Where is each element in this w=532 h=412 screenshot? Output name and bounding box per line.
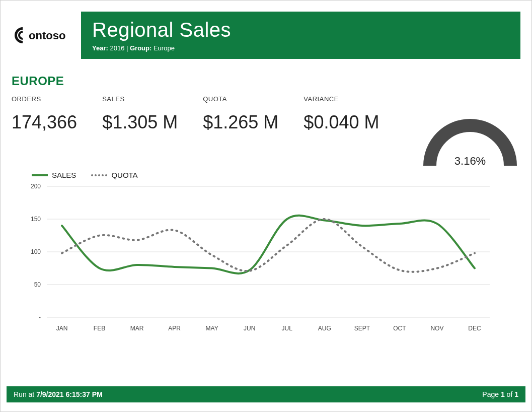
- gauge-percent: 3.16%: [420, 155, 520, 168]
- region-heading: EUROPE: [12, 74, 520, 88]
- kpi-orders-value: 174,366: [12, 112, 77, 133]
- logo: ontoso: [12, 12, 72, 59]
- footer: Run at 7/9/2021 6:15:37 PM Page 1 of 1: [7, 386, 525, 402]
- kpi-row: ORDERS 174,366 SALES $1.305 M QUOTA $1.2…: [12, 95, 520, 171]
- svg-text:JUN: JUN: [244, 325, 255, 332]
- gauge: 3.16%: [420, 110, 520, 171]
- svg-text:SEPT: SEPT: [354, 325, 370, 332]
- svg-text:AUG: AUG: [318, 325, 331, 332]
- svg-text:50: 50: [34, 281, 41, 288]
- svg-text:JAN: JAN: [56, 325, 68, 332]
- banner: Regional Sales Year: 2016 | Group: Europ…: [81, 12, 520, 59]
- svg-text:MAR: MAR: [130, 325, 144, 332]
- legend-quota-swatch: [91, 174, 107, 176]
- contoso-logo-icon: ontoso: [12, 23, 72, 47]
- svg-text:OCT: OCT: [393, 325, 406, 332]
- svg-text:DEC: DEC: [468, 325, 481, 332]
- svg-text:MAY: MAY: [206, 325, 218, 332]
- chart: SALES QUOTA -50100150200JANFEBMARAPRMAYJ…: [12, 171, 520, 339]
- svg-text:JUL: JUL: [282, 325, 293, 332]
- footer-run: Run at 7/9/2021 6:15:37 PM: [14, 390, 103, 398]
- chart-legend: SALES QUOTA: [32, 171, 520, 179]
- svg-text:100: 100: [31, 248, 41, 255]
- kpi-quota: QUOTA $1.265 M: [203, 95, 278, 133]
- kpi-sales-value: $1.305 M: [102, 112, 178, 133]
- page-subtitle: Year: 2016 | Group: Europe: [92, 44, 509, 52]
- line-chart: -50100150200JANFEBMARAPRMAYJUNJULAUGSEPT…: [12, 181, 505, 337]
- kpi-orders-label: ORDERS: [12, 95, 77, 103]
- svg-text:150: 150: [31, 216, 41, 223]
- svg-text:NOV: NOV: [430, 325, 443, 332]
- kpi-sales-label: SALES: [102, 95, 178, 103]
- legend-sales-swatch: [32, 174, 48, 176]
- svg-text:FEB: FEB: [94, 325, 105, 332]
- page-title: Regional Sales: [92, 19, 509, 41]
- kpi-quota-value: $1.265 M: [203, 112, 278, 133]
- kpi-orders: ORDERS 174,366: [12, 95, 77, 133]
- svg-text:200: 200: [31, 183, 41, 190]
- legend-sales-label: SALES: [52, 171, 76, 179]
- kpi-sales: SALES $1.305 M: [102, 95, 178, 133]
- legend-quota: QUOTA: [91, 171, 137, 179]
- legend-sales: SALES: [32, 171, 76, 179]
- logo-text: ontoso: [29, 29, 65, 42]
- kpi-variance-label: VARIANCE: [303, 95, 379, 103]
- header: ontoso Regional Sales Year: 2016 | Group…: [12, 12, 520, 59]
- svg-text:-: -: [39, 314, 41, 321]
- kpi-variance: VARIANCE $0.040 M: [303, 95, 379, 133]
- legend-quota-label: QUOTA: [111, 171, 137, 179]
- svg-text:APR: APR: [168, 325, 181, 332]
- kpi-quota-label: QUOTA: [203, 95, 278, 103]
- kpi-variance-value: $0.040 M: [303, 112, 379, 133]
- footer-page: Page 1 of 1: [482, 390, 518, 398]
